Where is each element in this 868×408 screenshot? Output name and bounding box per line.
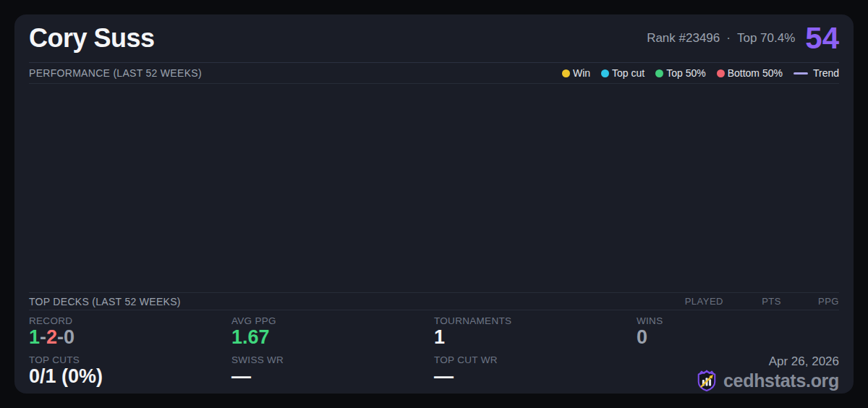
record-wins: 1	[29, 326, 40, 348]
header-rank-area: Rank #23496 · Top 70.4% 54	[647, 23, 839, 54]
bottom-50-dot-icon	[717, 69, 725, 77]
column-header-ppg: PPG	[781, 296, 839, 307]
legend-label: Bottom 50%	[728, 67, 783, 79]
stat-label: SWISS WR	[231, 354, 434, 365]
rank-separator: ·	[726, 31, 731, 46]
stat-label: TOURNAMENTS	[434, 315, 637, 326]
performance-section-header: PERFORMANCE (LAST 52 WEEKS) Win Top cut …	[29, 63, 839, 84]
stat-top-cuts: TOP CUTS 0/1 (0%)	[29, 354, 231, 394]
win-dot-icon	[562, 69, 570, 77]
legend-item-topcut: Top cut	[601, 67, 644, 79]
legend-label: Top cut	[612, 67, 644, 79]
performance-chart	[29, 84, 839, 292]
record-draws: 0	[64, 326, 75, 348]
stat-label: RECORD	[29, 315, 231, 326]
brand-row: cedhstats.org	[696, 369, 839, 392]
column-header-played: PLAYED	[665, 296, 723, 307]
top-cuts-value: 0/1 (0%)	[29, 366, 231, 386]
page-title: Cory Suss	[29, 23, 155, 54]
stat-record: RECORD 1-2-0	[29, 315, 231, 354]
legend-item-trend: Trend	[793, 67, 839, 79]
card-header: Cory Suss Rank #23496 · Top 70.4% 54	[29, 14, 839, 63]
swiss-wr-value: —	[231, 366, 434, 386]
top-50-dot-icon	[655, 69, 663, 77]
record-value: 1-2-0	[29, 327, 231, 347]
stat-label: AVG PPG	[231, 315, 434, 326]
avg-ppg-value: 1.67	[231, 327, 434, 347]
rank-number: Rank #23496	[647, 31, 720, 46]
stat-label: WINS	[637, 315, 839, 326]
rank-text: Rank #23496 · Top 70.4%	[647, 31, 795, 46]
score-value: 54	[805, 23, 839, 54]
performance-section-title: PERFORMANCE (LAST 52 WEEKS)	[29, 67, 202, 79]
stat-label: TOP CUTS	[29, 354, 231, 365]
legend-item-top50: Top 50%	[655, 67, 705, 79]
top-decks-column-headers: PLAYED PTS PPG	[665, 296, 839, 307]
top-percent: Top 70.4%	[737, 31, 795, 46]
wins-value: 0	[637, 327, 839, 347]
stat-label: TOP CUT WR	[434, 354, 637, 365]
tournaments-value: 1	[434, 327, 637, 347]
trend-line-icon	[793, 72, 808, 75]
player-stats-card: Cory Suss Rank #23496 · Top 70.4% 54 PER…	[14, 14, 854, 394]
chart-legend: Win Top cut Top 50% Bottom 50% Trend	[562, 67, 839, 79]
cedhstats-logo-icon	[696, 369, 718, 392]
stats-grid: RECORD 1-2-0 AVG PPG 1.67 TOURNAMENTS 1 …	[29, 310, 839, 394]
record-losses: 2	[46, 326, 57, 348]
stat-avg-ppg: AVG PPG 1.67	[231, 315, 434, 354]
legend-label: Win	[573, 67, 590, 79]
column-header-pts: PTS	[723, 296, 781, 307]
legend-label: Trend	[813, 67, 839, 79]
top-cut-dot-icon	[601, 69, 609, 77]
top-cut-wr-value: —	[434, 366, 637, 386]
legend-item-win: Win	[562, 67, 590, 79]
footer-branding: Apr 26, 2026 cedhstats.org	[637, 354, 839, 394]
brand-name: cedhstats.org	[723, 370, 839, 391]
top-decks-section-header: TOP DECKS (LAST 52 WEEKS) PLAYED PTS PPG	[29, 292, 839, 310]
legend-label: Top 50%	[666, 67, 705, 79]
stat-tournaments: TOURNAMENTS 1	[434, 315, 637, 354]
stat-swiss-wr: SWISS WR —	[231, 354, 434, 394]
top-decks-section-title: TOP DECKS (LAST 52 WEEKS)	[29, 296, 181, 307]
report-date: Apr 26, 2026	[769, 354, 839, 369]
stat-wins: WINS 0	[637, 315, 839, 354]
legend-item-bottom50: Bottom 50%	[717, 67, 783, 79]
stat-top-cut-wr: TOP CUT WR —	[434, 354, 637, 394]
